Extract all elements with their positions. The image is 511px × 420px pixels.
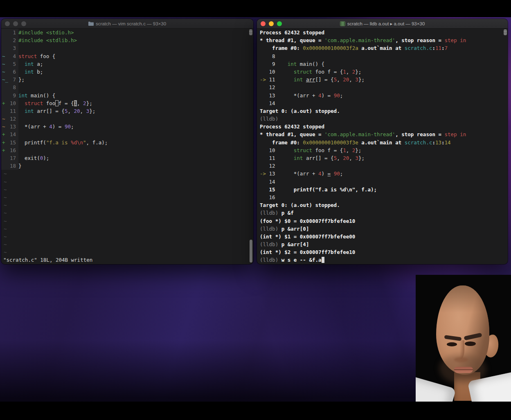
line-number: 14 bbox=[8, 130, 16, 138]
output-line: -> 13 *(arr + 4) = 90; bbox=[257, 170, 508, 177]
desktop: { "left_window": { "title": "scratch — v… bbox=[0, 0, 511, 420]
lldb-terminal-window[interactable]: scratch — lldb a.out ▸ a.out — 93×30 Pro… bbox=[257, 19, 508, 264]
output-line: 14 bbox=[257, 178, 508, 186]
lldb-titlebar[interactable]: scratch — lldb a.out ▸ a.out — 93×30 bbox=[257, 19, 508, 29]
exec-icon bbox=[340, 21, 345, 26]
gutter-sign: + bbox=[2, 99, 8, 107]
output-line: (lldb) p &f bbox=[257, 209, 508, 217]
gutter-sign: ~ bbox=[2, 123, 8, 130]
output-line: 14 bbox=[257, 99, 508, 107]
line-number: 10 bbox=[8, 99, 16, 107]
gutter-sign: + bbox=[2, 130, 8, 138]
output-line: Process 62432 stopped bbox=[257, 29, 508, 36]
folder-icon bbox=[88, 21, 94, 26]
vim-status-line: "scratch.c" 18L, 204B written bbox=[1, 256, 253, 264]
gutter-sign bbox=[2, 29, 8, 36]
vim-terminal-window[interactable]: scratch — vim scratch.c — 93×30 1#includ… bbox=[1, 19, 253, 264]
line-number: 6 bbox=[8, 68, 16, 76]
empty-buffer-line: ~ bbox=[1, 225, 253, 233]
person-eye bbox=[465, 341, 476, 346]
lldb-output[interactable]: Process 62432 stopped* thread #1, queue … bbox=[257, 29, 508, 264]
output-line: 16 bbox=[257, 193, 508, 201]
buffer-line: 11 int arr[] = {5, 20, 3}; bbox=[1, 107, 253, 115]
vim-titlebar[interactable]: scratch — vim scratch.c — 93×30 bbox=[1, 19, 253, 29]
empty-buffer-line: ~ bbox=[1, 178, 253, 186]
buffer-line: 2#include <stdlib.h> bbox=[1, 36, 253, 44]
output-line: 9 int main() { bbox=[257, 60, 508, 68]
close-button[interactable] bbox=[261, 21, 266, 26]
line-number: 17 bbox=[8, 154, 16, 162]
zoom-button[interactable] bbox=[277, 21, 282, 26]
output-line: Target 0: (a.out) stopped. bbox=[257, 107, 508, 115]
output-line: * thread #1, queue = 'com.apple.main-thr… bbox=[257, 36, 508, 44]
output-line: (int *) $2 = 0x00007ff7bfefee10 bbox=[257, 248, 508, 256]
output-line: (foo *) $0 = 0x00007ff7bfefee10 bbox=[257, 217, 508, 225]
output-line: -> 11 int arr[] = {5, 20, 3}; bbox=[257, 76, 508, 83]
output-line: 15 printf("f.a is %d\n", f.a); bbox=[257, 186, 508, 193]
buffer-line: +15 printf("f.a is %d\n", f.a); bbox=[1, 139, 253, 146]
gutter-sign: + bbox=[2, 139, 8, 146]
person-mouth bbox=[454, 369, 473, 370]
empty-buffer-line: ~ bbox=[1, 209, 253, 217]
output-line: 8 bbox=[257, 52, 508, 60]
window-title: scratch — lldb a.out ▸ a.out — 93×30 bbox=[347, 21, 425, 27]
buffer-line: +10 struct foo f = {1, 2}; bbox=[1, 99, 253, 107]
output-line: Target 0: (a.out) stopped. bbox=[257, 201, 508, 209]
line-number: 7 bbox=[8, 76, 16, 83]
output-line: * thread #1, queue = 'com.apple.main-thr… bbox=[257, 130, 508, 138]
line-number: 3 bbox=[8, 44, 16, 52]
gutter-sign bbox=[2, 92, 8, 99]
scrollbar-cap[interactable] bbox=[249, 29, 252, 35]
empty-buffer-line: ~ bbox=[1, 186, 253, 193]
output-line: 12 bbox=[257, 83, 508, 91]
gutter-sign: + bbox=[2, 146, 8, 154]
line-number: 18 bbox=[8, 162, 16, 170]
line-number: 16 bbox=[8, 146, 16, 154]
gutter-sign: ~ bbox=[2, 68, 8, 76]
scrollbar-thumb[interactable] bbox=[250, 240, 252, 263]
vim-buffer[interactable]: 1#include <stdio.h>2#include <stdlib.h>3… bbox=[1, 29, 253, 264]
buffer-line: ~12 bbox=[1, 115, 253, 123]
empty-buffer-line: ~ bbox=[1, 170, 253, 177]
close-button[interactable] bbox=[5, 21, 10, 26]
empty-buffer-line: ~ bbox=[1, 201, 253, 209]
output-line: 10 struct foo f = {1, 2}; bbox=[257, 146, 508, 154]
person-eye bbox=[447, 342, 457, 346]
buffer-line: ~13 *(arr + 4) = 90; bbox=[1, 123, 253, 130]
person-nose-shadow bbox=[454, 357, 468, 362]
buffer-line: 17 exit(0); bbox=[1, 154, 253, 162]
gutter-sign bbox=[2, 154, 8, 162]
scrollbar-cap[interactable] bbox=[504, 29, 507, 35]
empty-buffer-line: ~ bbox=[1, 233, 253, 240]
minimize-button[interactable] bbox=[269, 21, 274, 26]
buffer-line: 1#include <stdio.h> bbox=[1, 29, 253, 36]
output-line: frame #0: 0x0000000100003f3e a.out`main … bbox=[257, 139, 508, 146]
minimize-button[interactable] bbox=[13, 21, 18, 26]
gutter-sign: ~ bbox=[2, 115, 8, 123]
line-number: 8 bbox=[8, 83, 16, 91]
line-number: 12 bbox=[8, 115, 16, 123]
line-number: 11 bbox=[8, 107, 16, 115]
buffer-line: 18} bbox=[1, 162, 253, 170]
gutter-sign bbox=[2, 36, 8, 44]
output-line: 12 bbox=[257, 162, 508, 170]
buffer-line: 8 bbox=[1, 83, 253, 91]
line-number: 15 bbox=[8, 139, 16, 146]
line-number: 9 bbox=[8, 92, 16, 99]
buffer-line: 9int main() { bbox=[1, 92, 253, 99]
empty-buffer-line: ~ bbox=[1, 248, 253, 256]
output-line: (int *) $1 = 0x00007ff7bfefee00 bbox=[257, 233, 508, 240]
buffer-line: ~5 int a; bbox=[1, 60, 253, 68]
output-line: Process 62432 stopped bbox=[257, 123, 508, 130]
empty-buffer-line: ~ bbox=[1, 193, 253, 201]
gutter-sign bbox=[2, 44, 8, 52]
output-line: 10 struct foo f = {1, 2}; bbox=[257, 68, 508, 76]
zoom-button[interactable] bbox=[21, 21, 26, 26]
output-line: 11 int arr[] = {5, 20, 3}; bbox=[257, 154, 508, 162]
buffer-line: +14 bbox=[1, 130, 253, 138]
buffer-line: 3 bbox=[1, 44, 253, 52]
buffer-line: ~4struct foo { bbox=[1, 52, 253, 60]
line-number: 2 bbox=[8, 36, 16, 44]
output-line: (lldb) w s e -- &f.a bbox=[257, 256, 508, 264]
line-number: 5 bbox=[8, 60, 16, 68]
